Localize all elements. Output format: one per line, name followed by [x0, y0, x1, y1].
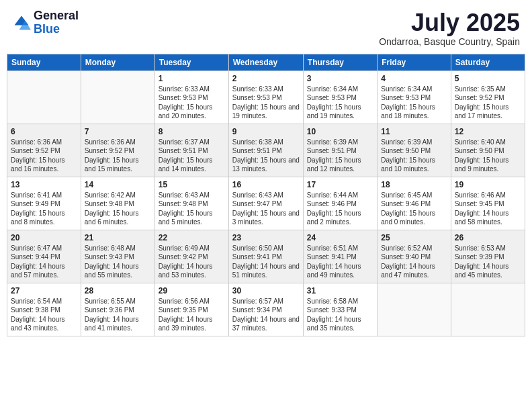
day-header-row: SundayMondayTuesdayWednesdayThursdayFrid… — [7, 54, 525, 71]
calendar-cell: 23Sunrise: 6:50 AM Sunset: 9:41 PM Dayli… — [228, 230, 303, 283]
day-number: 26 — [455, 233, 521, 242]
calendar-cell — [7, 71, 81, 124]
calendar-week-4: 20Sunrise: 6:47 AM Sunset: 9:44 PM Dayli… — [7, 230, 525, 283]
calendar-cell: 27Sunrise: 6:54 AM Sunset: 9:38 PM Dayli… — [7, 283, 81, 336]
calendar-cell: 31Sunrise: 6:58 AM Sunset: 9:33 PM Dayli… — [303, 283, 377, 336]
calendar-table: SundayMondayTuesdayWednesdayThursdayFrid… — [7, 54, 525, 336]
day-number: 14 — [85, 180, 151, 189]
day-number: 13 — [11, 180, 77, 189]
day-content: Sunrise: 6:36 AM Sunset: 9:52 PM Dayligh… — [11, 138, 65, 173]
calendar-cell: 10Sunrise: 6:39 AM Sunset: 9:51 PM Dayli… — [303, 124, 377, 177]
calendar-cell: 21Sunrise: 6:48 AM Sunset: 9:43 PM Dayli… — [81, 230, 154, 283]
calendar-cell: 17Sunrise: 6:44 AM Sunset: 9:46 PM Dayli… — [303, 177, 377, 230]
day-content: Sunrise: 6:34 AM Sunset: 9:53 PM Dayligh… — [307, 85, 361, 120]
calendar-cell: 20Sunrise: 6:47 AM Sunset: 9:44 PM Dayli… — [7, 230, 81, 283]
day-number: 8 — [159, 127, 225, 136]
day-number: 28 — [85, 286, 151, 295]
day-number: 25 — [381, 233, 447, 242]
day-number: 21 — [85, 233, 151, 242]
day-number: 18 — [381, 180, 447, 189]
day-content: Sunrise: 6:35 AM Sunset: 9:52 PM Dayligh… — [455, 85, 509, 120]
day-number: 3 — [307, 74, 373, 83]
calendar-cell: 9Sunrise: 6:38 AM Sunset: 9:51 PM Daylig… — [228, 124, 303, 177]
day-number: 22 — [159, 233, 225, 242]
day-number: 17 — [307, 180, 373, 189]
day-content: Sunrise: 6:40 AM Sunset: 9:50 PM Dayligh… — [455, 138, 509, 173]
calendar-cell: 6Sunrise: 6:36 AM Sunset: 9:52 PM Daylig… — [7, 124, 81, 177]
calendar-cell: 13Sunrise: 6:41 AM Sunset: 9:49 PM Dayli… — [7, 177, 81, 230]
day-content: Sunrise: 6:50 AM Sunset: 9:41 PM Dayligh… — [232, 244, 300, 279]
calendar-cell: 7Sunrise: 6:36 AM Sunset: 9:52 PM Daylig… — [81, 124, 154, 177]
day-number: 16 — [232, 180, 300, 189]
day-header-sunday: Sunday — [7, 54, 81, 71]
calendar-cell: 18Sunrise: 6:45 AM Sunset: 9:46 PM Dayli… — [378, 177, 451, 230]
day-number: 5 — [455, 74, 521, 83]
day-content: Sunrise: 6:45 AM Sunset: 9:46 PM Dayligh… — [381, 191, 435, 226]
day-content: Sunrise: 6:48 AM Sunset: 9:43 PM Dayligh… — [85, 244, 139, 279]
day-content: Sunrise: 6:44 AM Sunset: 9:46 PM Dayligh… — [307, 191, 361, 226]
calendar-cell: 5Sunrise: 6:35 AM Sunset: 9:52 PM Daylig… — [451, 71, 525, 124]
calendar-cell: 12Sunrise: 6:40 AM Sunset: 9:50 PM Dayli… — [451, 124, 525, 177]
title-block: July 2025 Ondarroa, Basque Country, Spai… — [379, 9, 520, 47]
day-number: 1 — [159, 74, 225, 83]
day-number: 4 — [381, 74, 447, 83]
page-header: General Blue July 2025 Ondarroa, Basque … — [7, 7, 525, 50]
day-content: Sunrise: 6:42 AM Sunset: 9:48 PM Dayligh… — [85, 191, 139, 226]
day-content: Sunrise: 6:58 AM Sunset: 9:33 PM Dayligh… — [307, 298, 361, 332]
day-header-tuesday: Tuesday — [154, 54, 228, 71]
day-content: Sunrise: 6:53 AM Sunset: 9:39 PM Dayligh… — [455, 244, 509, 279]
day-number: 19 — [455, 180, 521, 189]
day-content: Sunrise: 6:51 AM Sunset: 9:41 PM Dayligh… — [307, 244, 361, 279]
day-number: 24 — [307, 233, 373, 242]
calendar-cell: 3Sunrise: 6:34 AM Sunset: 9:53 PM Daylig… — [303, 71, 377, 124]
calendar-week-1: 1Sunrise: 6:33 AM Sunset: 9:53 PM Daylig… — [7, 71, 525, 124]
logo-blue-text: Blue — [34, 22, 60, 36]
day-number: 12 — [455, 127, 521, 136]
calendar-cell — [451, 283, 525, 336]
calendar-body: 1Sunrise: 6:33 AM Sunset: 9:53 PM Daylig… — [7, 71, 525, 336]
day-number: 10 — [307, 127, 373, 136]
day-content: Sunrise: 6:56 AM Sunset: 9:35 PM Dayligh… — [159, 298, 213, 332]
calendar-cell — [378, 283, 451, 336]
calendar-week-2: 6Sunrise: 6:36 AM Sunset: 9:52 PM Daylig… — [7, 124, 525, 177]
day-number: 30 — [232, 286, 300, 295]
day-header-saturday: Saturday — [451, 54, 525, 71]
calendar-cell: 15Sunrise: 6:43 AM Sunset: 9:48 PM Dayli… — [154, 177, 228, 230]
day-header-thursday: Thursday — [303, 54, 377, 71]
day-number: 23 — [232, 233, 300, 242]
day-content: Sunrise: 6:55 AM Sunset: 9:36 PM Dayligh… — [85, 298, 139, 332]
day-number: 29 — [159, 286, 225, 295]
day-content: Sunrise: 6:49 AM Sunset: 9:42 PM Dayligh… — [159, 244, 213, 279]
day-number: 9 — [232, 127, 300, 136]
day-number: 11 — [381, 127, 447, 136]
day-number: 27 — [11, 286, 77, 295]
day-content: Sunrise: 6:47 AM Sunset: 9:44 PM Dayligh… — [11, 244, 65, 279]
calendar-week-5: 27Sunrise: 6:54 AM Sunset: 9:38 PM Dayli… — [7, 283, 525, 336]
day-content: Sunrise: 6:36 AM Sunset: 9:52 PM Dayligh… — [85, 138, 139, 173]
day-number: 20 — [11, 233, 77, 242]
day-number: 7 — [85, 127, 151, 136]
logo-icon — [12, 13, 31, 32]
logo-general-text: General — [34, 9, 79, 22]
calendar-cell: 26Sunrise: 6:53 AM Sunset: 9:39 PM Dayli… — [451, 230, 525, 283]
day-content: Sunrise: 6:38 AM Sunset: 9:51 PM Dayligh… — [232, 138, 300, 173]
day-header-wednesday: Wednesday — [228, 54, 303, 71]
calendar-header: SundayMondayTuesdayWednesdayThursdayFrid… — [7, 54, 525, 71]
day-content: Sunrise: 6:57 AM Sunset: 9:34 PM Dayligh… — [232, 298, 300, 332]
calendar-week-3: 13Sunrise: 6:41 AM Sunset: 9:49 PM Dayli… — [7, 177, 525, 230]
month-title: July 2025 — [379, 9, 520, 36]
calendar-cell: 11Sunrise: 6:39 AM Sunset: 9:50 PM Dayli… — [378, 124, 451, 177]
day-header-friday: Friday — [378, 54, 451, 71]
day-content: Sunrise: 6:46 AM Sunset: 9:45 PM Dayligh… — [455, 191, 509, 226]
day-content: Sunrise: 6:39 AM Sunset: 9:51 PM Dayligh… — [307, 138, 361, 173]
day-number: 15 — [159, 180, 225, 189]
day-number: 2 — [232, 74, 300, 83]
day-content: Sunrise: 6:43 AM Sunset: 9:47 PM Dayligh… — [232, 191, 300, 226]
calendar-cell: 24Sunrise: 6:51 AM Sunset: 9:41 PM Dayli… — [303, 230, 377, 283]
calendar-cell: 19Sunrise: 6:46 AM Sunset: 9:45 PM Dayli… — [451, 177, 525, 230]
calendar-cell: 29Sunrise: 6:56 AM Sunset: 9:35 PM Dayli… — [154, 283, 228, 336]
day-number: 6 — [11, 127, 77, 136]
day-number: 31 — [307, 286, 373, 295]
calendar-cell: 1Sunrise: 6:33 AM Sunset: 9:53 PM Daylig… — [154, 71, 228, 124]
calendar-cell: 16Sunrise: 6:43 AM Sunset: 9:47 PM Dayli… — [228, 177, 303, 230]
